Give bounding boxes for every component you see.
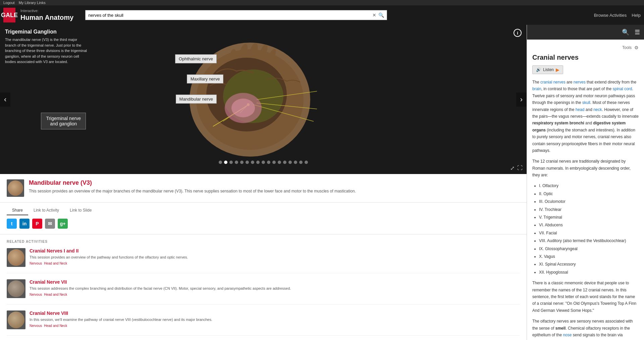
play-icon: ▶ xyxy=(556,67,559,72)
google-share-button[interactable]: g+ xyxy=(58,219,68,229)
related-tag-nervous-2[interactable]: Nervous xyxy=(30,293,42,296)
related-tag-head-1[interactable]: Head and Neck xyxy=(44,262,67,265)
activity-title: Mandibular nerve (V3) xyxy=(29,179,356,186)
browse-activities-link[interactable]: Browse Activities xyxy=(594,13,627,18)
pinterest-share-button[interactable]: P xyxy=(32,219,42,229)
search-bar: ✕ 🔍 xyxy=(85,10,387,20)
related-title-3[interactable]: Cranial Nerve VIII xyxy=(30,310,212,316)
nerve-item-3: III. Oculomotor xyxy=(539,198,639,205)
svg-point-14 xyxy=(231,99,255,117)
main-layout: Trigeminal Ganglion The mandibular nerve… xyxy=(0,25,644,340)
dot-11[interactable] xyxy=(272,161,276,164)
nerve-item-1: I. Olfactory xyxy=(539,182,639,189)
dot-6[interactable] xyxy=(246,161,249,164)
dot-5[interactable] xyxy=(240,161,244,164)
dot-16[interactable] xyxy=(299,161,303,164)
nerve-item-7: VII. Facial xyxy=(539,230,639,236)
related-activities-header: RELATED ACTIVITIES xyxy=(7,240,520,243)
dot-1[interactable] xyxy=(219,161,222,164)
related-thumb-2 xyxy=(7,279,25,298)
search-icon[interactable]: ✕ xyxy=(372,12,376,18)
share-tab[interactable]: Share xyxy=(7,206,28,215)
nose-link[interactable]: nose xyxy=(563,333,572,337)
header: GALE Interactive: Human Anatomy ✕ 🔍 Brow… xyxy=(0,5,644,25)
next-slide-button[interactable]: › xyxy=(516,93,527,107)
nerve-item-4: IV. Trochlear xyxy=(539,206,639,213)
tools-gear-icon[interactable]: ⚙ xyxy=(634,45,639,50)
dot-7[interactable] xyxy=(251,161,254,164)
library-links-link[interactable]: My Library Links xyxy=(19,1,46,5)
sidebar-search-icon[interactable]: 🔍 xyxy=(622,29,629,36)
tools-row: Tools ⚙ xyxy=(532,45,639,50)
dot-2[interactable] xyxy=(224,161,227,164)
link-activity-tab[interactable]: Link to Activity xyxy=(28,206,64,215)
top-navigation: Logout My Library Links xyxy=(0,0,644,5)
nerves-link[interactable]: nerves xyxy=(574,80,586,84)
mandibular-label: Mandibular nerve xyxy=(176,95,217,104)
dot-13[interactable] xyxy=(283,161,286,164)
article-title: Cranial nerves xyxy=(532,54,639,61)
related-title-1[interactable]: Cranial Nerves I and II xyxy=(30,248,188,253)
listen-label: Listen xyxy=(543,67,554,72)
dot-14[interactable] xyxy=(288,161,292,164)
head-link[interactable]: head xyxy=(576,107,585,112)
search-submit-icon[interactable]: 🔍 xyxy=(378,12,384,18)
brain-link[interactable]: brain xyxy=(532,87,541,91)
sidebar-toolbar: 🔍 ☰ xyxy=(527,25,644,40)
cranial-nerves-link[interactable]: cranial nerves xyxy=(540,80,566,84)
dot-9[interactable] xyxy=(262,161,265,164)
spinal-cord-link[interactable]: spinal cord xyxy=(612,87,632,91)
app-name: Human Anatomy xyxy=(20,13,73,22)
dot-10[interactable] xyxy=(267,161,270,164)
listen-button[interactable]: 🔊 Listen ▶ xyxy=(532,65,563,74)
ophthalmic-label: Ophthalmic nerve xyxy=(175,54,217,63)
slide-dots xyxy=(219,161,308,164)
sidebar-menu-icon[interactable]: ☰ xyxy=(635,29,640,36)
related-desc-1: This session provides an overview of the… xyxy=(30,255,188,260)
header-right: Browse Activities Help xyxy=(594,13,641,18)
skull-link[interactable]: skull xyxy=(582,100,590,105)
dot-4[interactable] xyxy=(235,161,238,164)
help-link[interactable]: Help xyxy=(632,13,641,18)
viewer-description: The mandibular nerve (V3) is the third m… xyxy=(5,37,89,65)
related-item: Cranial Nerve VII This session addresses… xyxy=(7,279,520,304)
trigeminal-label: Trigeminal nerveand ganglion xyxy=(41,113,86,129)
neck-link[interactable]: neck xyxy=(593,107,602,112)
twitter-share-button[interactable]: t xyxy=(7,219,17,229)
nerve-item-8: VIII. Auditory (also termed the Vestibul… xyxy=(539,237,639,244)
nerve-item-11: XI. Spinal Accessory xyxy=(539,261,639,268)
related-tag-head-3[interactable]: Head and Neck xyxy=(44,324,67,328)
related-thumb-3 xyxy=(7,310,25,329)
expand-button[interactable]: ⤢ xyxy=(510,165,515,171)
related-tag-nervous-3[interactable]: Nervous xyxy=(30,324,42,328)
viewer-title: Trigeminal Ganglion xyxy=(5,29,89,35)
linkedin-share-button[interactable]: in xyxy=(19,219,30,229)
app-subtitle: Interactive: xyxy=(20,8,73,13)
dot-3[interactable] xyxy=(229,161,233,164)
left-content: Trigeminal Ganglion The mandibular nerve… xyxy=(0,25,527,340)
related-title-2[interactable]: Cranial Nerve VII xyxy=(30,279,291,285)
nerve-item-10: X. Vagus xyxy=(539,253,639,260)
prev-slide-button[interactable]: ‹ xyxy=(0,93,10,107)
dot-15[interactable] xyxy=(294,161,297,164)
related-tag-nervous-1[interactable]: Nervous xyxy=(30,262,42,265)
dot-17[interactable] xyxy=(305,161,308,164)
share-tabs: Share Link to Activity Link to Slide xyxy=(0,203,527,215)
image-viewer: Trigeminal Ganglion The mandibular nerve… xyxy=(0,25,527,174)
logout-link[interactable]: Logout xyxy=(3,1,15,5)
fullscreen-button[interactable]: ⛶ xyxy=(517,165,523,171)
email-share-button[interactable]: ✉ xyxy=(45,219,55,229)
gale-logo: GALE xyxy=(3,8,15,22)
search-input[interactable] xyxy=(88,13,372,18)
dot-8[interactable] xyxy=(256,161,260,164)
related-item: Cranial Nerves I and II This session pro… xyxy=(7,248,520,273)
related-text-1: Cranial Nerves I and II This session pro… xyxy=(30,248,188,267)
related-tag-head-2[interactable]: Head and Neck xyxy=(44,293,67,296)
link-slide-tab[interactable]: Link to Slide xyxy=(64,206,97,215)
nerve-item-12: XII. Hypoglossal xyxy=(539,269,639,276)
related-thumb-1 xyxy=(7,248,25,267)
nerve-item-5: V. Trigeminal xyxy=(539,214,639,221)
related-text-2: Cranial Nerve VII This session addresses… xyxy=(30,279,291,298)
related-desc-2: This session addresses the complex branc… xyxy=(30,286,291,291)
dot-12[interactable] xyxy=(278,161,281,164)
